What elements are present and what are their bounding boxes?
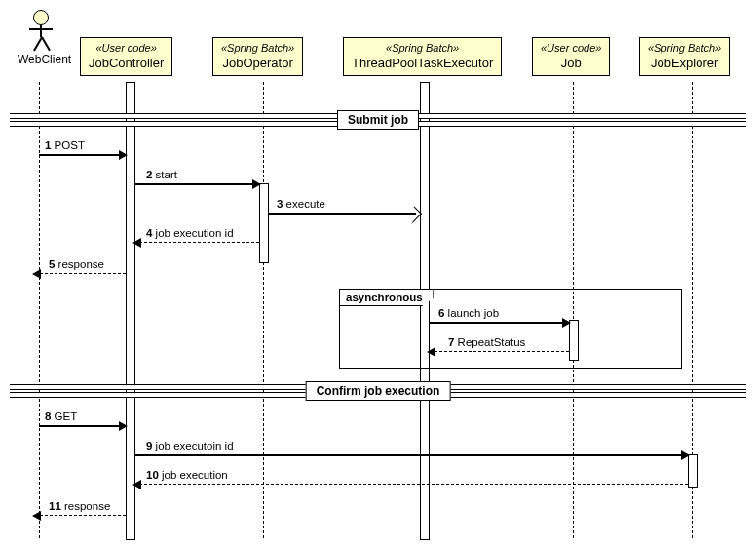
msg-11-label: 11 response (49, 500, 110, 512)
participant-threadpool: «Spring Batch» ThreadPoolTaskExecutor (343, 37, 502, 76)
msg-6 (429, 322, 569, 324)
msg-10 (134, 484, 688, 485)
arrow-10 (132, 480, 141, 489)
arrow-5 (32, 269, 41, 279)
actor-webclient: WebClient (18, 10, 64, 66)
msg-11 (40, 515, 126, 516)
msg-3 (268, 213, 416, 215)
arrow-8 (119, 421, 128, 431)
lifeline-webclient (39, 82, 40, 538)
msg-7-label: 7 RepeatStatus (448, 336, 525, 348)
participant-jobcontroller: «User code» JobController (80, 37, 172, 76)
msg-8-label: 8 GET (45, 411, 77, 422)
msg-1 (39, 154, 126, 156)
msg-10-label: 10 job execution (146, 469, 228, 481)
msg-2-label: 2 start (146, 169, 177, 180)
participant-job: «User code» Job (532, 37, 610, 76)
participant-joboperator: «Spring Batch» JobOperator (212, 37, 303, 76)
msg-9-label: 9 job executoin id (146, 440, 234, 451)
msg-1-label: 1 POST (45, 139, 85, 151)
msg-5 (40, 273, 126, 274)
msg-6-label: 6 launch job (438, 307, 499, 319)
msg-4 (134, 242, 259, 243)
msg-2 (134, 183, 259, 185)
arrow-4 (132, 238, 141, 248)
fragment-async: asynchronous (339, 289, 682, 369)
msg-8 (39, 425, 126, 427)
lifeline-joboperator (263, 82, 264, 538)
arrow-7 (427, 347, 435, 357)
divider-submit-label: Submit job (337, 110, 419, 130)
activation-joboperator (259, 183, 269, 263)
arrow-2 (252, 179, 261, 189)
msg-4-label: 4 job execution id (146, 227, 234, 239)
participant-jobexplorer: «Spring Batch» JobExplorer (639, 37, 730, 76)
arrow-1 (119, 150, 128, 160)
msg-3-label: 3 execute (277, 198, 325, 210)
actor-label: WebClient (18, 53, 64, 66)
fragment-label: asynchronous (339, 289, 434, 306)
msg-5-label: 5 response (49, 258, 104, 270)
arrow-11 (32, 511, 41, 521)
msg-9 (134, 454, 688, 456)
arrow-9 (681, 450, 690, 460)
divider-confirm-label: Confirm job execution (306, 381, 451, 401)
msg-7 (430, 351, 569, 352)
arrow-6 (562, 318, 571, 328)
